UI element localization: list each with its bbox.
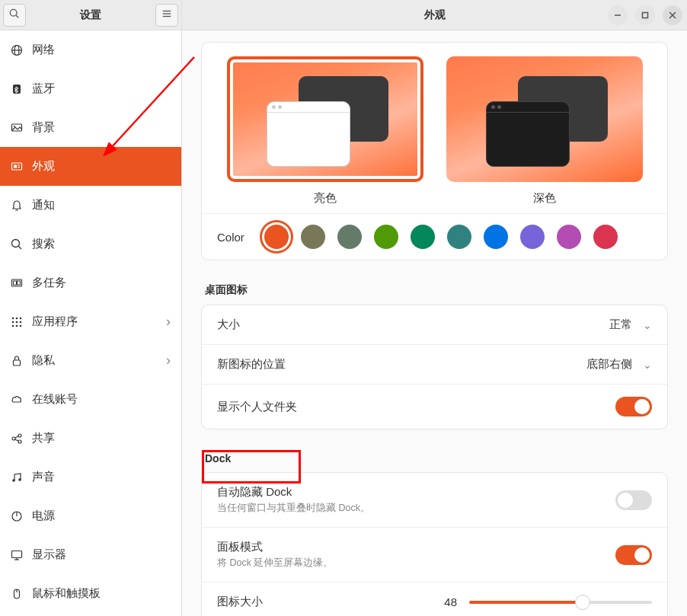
sidebar-item-label: 搜索 xyxy=(32,237,171,251)
svg-rect-20 xyxy=(18,281,21,285)
sidebar-item-label: 通知 xyxy=(32,198,171,212)
svg-rect-19 xyxy=(14,281,17,285)
appearance-icon xyxy=(11,161,23,173)
apps-icon xyxy=(11,316,23,328)
show-home-switch[interactable] xyxy=(615,397,652,417)
accent-color-swatch[interactable] xyxy=(484,225,508,249)
sidebar-item-search[interactable]: 搜索 xyxy=(0,225,181,263)
show-home-label: 显示个人文件夹 xyxy=(217,400,615,414)
sidebar-item-label: 在线账号 xyxy=(32,392,171,407)
sidebar-item-multitask[interactable]: 多任务 xyxy=(0,263,181,302)
search-icon xyxy=(11,238,23,251)
svg-point-32 xyxy=(18,434,21,437)
icon-size-label: 大小 xyxy=(217,318,609,332)
accent-color-swatch[interactable] xyxy=(411,225,435,249)
accent-color-swatch[interactable] xyxy=(520,225,545,249)
music-icon xyxy=(11,471,23,484)
theme-light[interactable]: 亮色 xyxy=(227,56,423,206)
dock-iconsize-label: 图标大小 xyxy=(217,595,263,609)
dock-iconsize-value: 48 xyxy=(444,595,457,608)
theme-light-label: 亮色 xyxy=(227,191,423,206)
accent-color-swatch[interactable] xyxy=(447,225,471,249)
icon-size-value: 正常 xyxy=(609,318,632,332)
sidebar-item-label: 隐私 xyxy=(32,353,157,368)
autohide-sub: 当任何窗口与其重叠时隐藏 Dock。 xyxy=(217,502,615,515)
svg-point-28 xyxy=(16,324,18,327)
svg-point-36 xyxy=(12,479,15,482)
accent-color-swatch[interactable] xyxy=(301,225,325,249)
svg-line-1 xyxy=(16,15,18,18)
svg-point-37 xyxy=(18,478,21,481)
sidebar-item-label: 声音 xyxy=(32,470,171,484)
sidebar-item-lock[interactable]: 隐私 › xyxy=(0,341,181,380)
sidebar-item-apps[interactable]: 应用程序 › xyxy=(0,302,181,341)
svg-line-17 xyxy=(19,246,22,249)
sidebar-item-mouse[interactable]: 鼠标和触摸板 xyxy=(0,574,181,613)
panel-switch[interactable] xyxy=(615,545,652,565)
menu-button[interactable] xyxy=(155,4,178,27)
chevron-right-icon: › xyxy=(166,314,171,330)
accent-color-swatch[interactable] xyxy=(593,225,618,249)
globe-icon xyxy=(11,44,23,56)
svg-point-29 xyxy=(20,324,22,327)
search-button[interactable] xyxy=(3,4,26,27)
sidebar-item-bell[interactable]: 通知 xyxy=(0,186,181,225)
svg-point-26 xyxy=(20,321,22,323)
icon-position-row[interactable]: 新图标的位置 底部右侧 ⌄ xyxy=(202,345,667,385)
svg-point-31 xyxy=(12,437,15,440)
dock-iconsize-slider[interactable] xyxy=(469,601,652,604)
sidebar-item-bluetooth[interactable]: 蓝牙 xyxy=(0,69,181,108)
accent-color-swatch[interactable] xyxy=(337,225,362,249)
bell-icon xyxy=(11,199,23,212)
svg-rect-13 xyxy=(18,164,20,165)
bluetooth-icon xyxy=(11,83,23,95)
theme-dark-label: 深色 xyxy=(446,191,643,206)
sidebar-item-globe[interactable]: 网络 xyxy=(0,30,181,69)
sidebar-item-label: 共享 xyxy=(32,431,171,445)
hamburger-icon xyxy=(161,8,172,21)
display-icon xyxy=(11,549,23,561)
sidebar-item-background[interactable]: 背景 xyxy=(0,108,181,147)
sidebar-item-music[interactable]: 声音 xyxy=(0,458,181,496)
accent-color-swatch[interactable] xyxy=(557,225,581,249)
share-icon xyxy=(11,432,23,445)
icon-size-row[interactable]: 大小 正常 ⌄ xyxy=(202,305,667,345)
maximize-button[interactable] xyxy=(635,5,655,25)
svg-rect-46 xyxy=(643,12,648,18)
accent-color-swatch[interactable] xyxy=(374,225,398,249)
autohide-switch[interactable] xyxy=(615,490,652,510)
svg-point-23 xyxy=(20,317,22,319)
svg-point-16 xyxy=(12,239,20,247)
sidebar-item-power[interactable]: 电源 xyxy=(0,496,181,535)
chevron-right-icon: › xyxy=(166,353,171,369)
svg-point-27 xyxy=(12,324,14,327)
dock-heading: Dock xyxy=(205,452,668,464)
multitask-icon xyxy=(11,277,23,289)
close-button[interactable] xyxy=(663,5,682,25)
background-icon xyxy=(11,122,23,134)
sidebar-item-display[interactable]: 显示器 xyxy=(0,535,181,574)
mouse-icon xyxy=(11,588,23,600)
sidebar-item-share[interactable]: 共享 xyxy=(0,419,181,458)
svg-point-22 xyxy=(16,317,18,319)
sidebar-item-appearance[interactable]: 外观 xyxy=(0,147,181,186)
sidebar-title: 设置 xyxy=(80,8,101,22)
sidebar-item-label: 显示器 xyxy=(32,547,171,562)
svg-rect-40 xyxy=(12,551,22,557)
svg-point-25 xyxy=(16,321,18,323)
icon-position-label: 新图标的位置 xyxy=(217,357,586,372)
minimize-button[interactable] xyxy=(608,5,628,25)
power-icon xyxy=(11,510,23,522)
svg-point-24 xyxy=(12,321,14,323)
accent-color-swatch[interactable] xyxy=(264,225,289,249)
svg-line-34 xyxy=(15,436,19,437)
sidebar-item-label: 蓝牙 xyxy=(32,81,171,96)
theme-dark[interactable]: 深色 xyxy=(446,56,643,206)
search-icon xyxy=(9,8,20,21)
svg-point-0 xyxy=(10,9,17,16)
sidebar-item-cloud[interactable]: 在线账号 xyxy=(0,380,181,419)
accent-color-label: Color xyxy=(217,231,244,244)
desktop-icons-heading: 桌面图标 xyxy=(205,283,668,297)
sidebar-item-label: 电源 xyxy=(32,509,171,523)
svg-point-33 xyxy=(18,440,21,443)
